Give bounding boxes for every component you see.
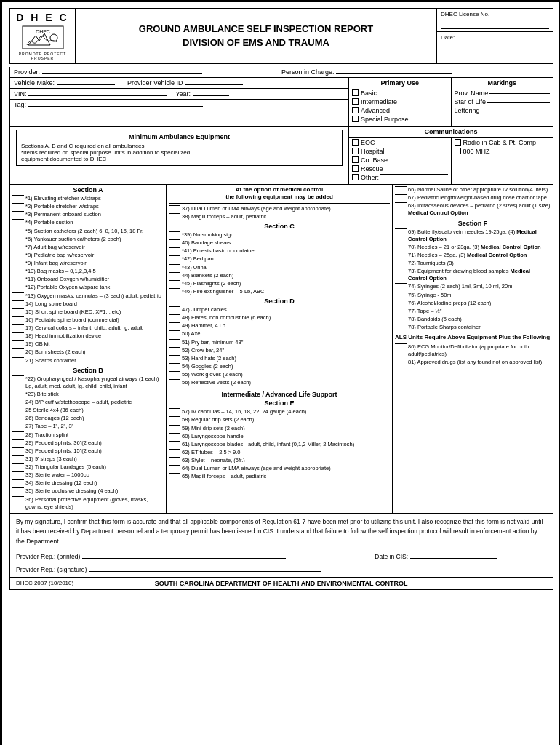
- make-field[interactable]: [57, 84, 115, 85]
- blank-d56[interactable]: [169, 379, 180, 380]
- blank-b22[interactable]: [12, 375, 24, 376]
- blank-b34[interactable]: [12, 479, 24, 480]
- blank-d52[interactable]: [169, 347, 180, 348]
- blank-f69[interactable]: [395, 228, 407, 229]
- blank-a6[interactable]: [12, 236, 24, 236]
- blank-a4[interactable]: [12, 219, 24, 220]
- blank-e61[interactable]: [169, 441, 180, 442]
- year-field[interactable]: [193, 95, 229, 96]
- intermediate-checkbox[interactable]: [352, 98, 359, 105]
- blank-e58[interactable]: [169, 416, 180, 417]
- blank-a2[interactable]: [12, 203, 24, 204]
- blank-b28[interactable]: [12, 431, 24, 432]
- advanced-checkbox[interactable]: [352, 107, 359, 113]
- blank-b36[interactable]: [12, 496, 24, 497]
- blank-d51[interactable]: [169, 339, 180, 340]
- special-checkbox[interactable]: [352, 116, 359, 122]
- blank-f68[interactable]: [395, 202, 407, 203]
- radio-checkbox[interactable]: [455, 139, 461, 146]
- blank-d47[interactable]: [169, 306, 180, 307]
- blank-f70[interactable]: [395, 244, 407, 244]
- blank-a18[interactable]: [12, 332, 24, 333]
- blank-c39[interactable]: [169, 231, 180, 232]
- sig-printed-field[interactable]: [82, 558, 286, 559]
- blank-f78[interactable]: [395, 316, 407, 316]
- blank-b30[interactable]: [12, 447, 24, 448]
- blank-b33[interactable]: [12, 471, 24, 472]
- hospital-checkbox[interactable]: [352, 148, 359, 154]
- blank-c40[interactable]: [169, 239, 180, 240]
- date-field[interactable]: [456, 39, 514, 39]
- basic-checkbox[interactable]: [352, 89, 359, 96]
- blank-a9[interactable]: [12, 260, 24, 260]
- blank-a3[interactable]: [12, 211, 24, 212]
- blank-b31[interactable]: [12, 455, 24, 456]
- blank-e63[interactable]: [169, 457, 180, 458]
- date-cis-field[interactable]: [410, 558, 497, 559]
- blank-b26[interactable]: [12, 415, 24, 415]
- blank-f67[interactable]: [395, 194, 407, 195]
- blank-f72[interactable]: [395, 260, 407, 260]
- blank-a20[interactable]: [12, 348, 24, 349]
- blank-c43[interactable]: [169, 264, 180, 265]
- blank-c46[interactable]: [169, 288, 180, 289]
- star-field[interactable]: [487, 102, 550, 103]
- blank-b25[interactable]: [12, 407, 24, 407]
- blank-b35[interactable]: [12, 487, 24, 488]
- blank-f79[interactable]: [395, 324, 407, 324]
- vin-field[interactable]: [28, 95, 167, 96]
- blank-e59[interactable]: [169, 425, 180, 426]
- blank-a14[interactable]: [12, 300, 24, 301]
- blank-d49[interactable]: [169, 322, 180, 323]
- blank-a10[interactable]: [12, 268, 24, 268]
- blank-b24[interactable]: [12, 399, 24, 399]
- blank-a13[interactable]: [12, 292, 24, 293]
- blank-c42[interactable]: [169, 255, 180, 256]
- blank-c45[interactable]: [169, 280, 180, 281]
- blank-a21[interactable]: [12, 357, 24, 358]
- blank-f71[interactable]: [395, 252, 407, 252]
- rescue-checkbox[interactable]: [352, 165, 359, 172]
- blank-c38[interactable]: [169, 213, 180, 214]
- blank-f73[interactable]: [395, 268, 407, 268]
- sig-sig-field[interactable]: [89, 571, 321, 572]
- blank-b27[interactable]: [12, 423, 24, 423]
- blank-f66[interactable]: [395, 186, 407, 187]
- blank-als81[interactable]: [395, 359, 407, 359]
- blank-f76[interactable]: [395, 300, 407, 300]
- mhz-checkbox[interactable]: [455, 148, 461, 154]
- blank-c37[interactable]: [169, 205, 180, 206]
- prov-name-field[interactable]: [489, 93, 550, 94]
- blank-e57[interactable]: [169, 408, 180, 409]
- blank-a7[interactable]: [12, 244, 24, 244]
- blank-als80[interactable]: [395, 343, 407, 344]
- blank-d48[interactable]: [169, 314, 180, 315]
- tag-field[interactable]: [28, 106, 203, 107]
- blank-a11[interactable]: [12, 276, 24, 276]
- blank-f75[interactable]: [395, 292, 407, 292]
- eoc-checkbox[interactable]: [352, 139, 359, 146]
- blank-b29[interactable]: [12, 439, 24, 440]
- blank-b32[interactable]: [12, 463, 24, 464]
- blank-d53[interactable]: [169, 355, 180, 356]
- blank-d50[interactable]: [169, 330, 180, 331]
- blank-b23[interactable]: [12, 391, 24, 391]
- blank-a16[interactable]: [12, 316, 24, 317]
- blank-a8[interactable]: [12, 252, 24, 252]
- blank-c41[interactable]: [169, 247, 180, 248]
- blank-d54[interactable]: [169, 363, 180, 364]
- other-field[interactable]: [380, 174, 447, 175]
- other-checkbox[interactable]: [352, 174, 359, 180]
- lettering-field[interactable]: [481, 111, 550, 111]
- cobase-checkbox[interactable]: [352, 156, 359, 163]
- blank-a15[interactable]: [12, 308, 24, 309]
- blank-e65[interactable]: [169, 473, 180, 474]
- blank-f77[interactable]: [395, 308, 407, 308]
- blank-e62[interactable]: [169, 449, 180, 450]
- blank-a17[interactable]: [12, 324, 24, 325]
- blank-f74[interactable]: [395, 283, 407, 284]
- blank-d55[interactable]: [169, 371, 180, 372]
- blank-e60[interactable]: [169, 433, 180, 434]
- provider-id-field[interactable]: [185, 84, 243, 85]
- blank-a5[interactable]: [12, 228, 24, 228]
